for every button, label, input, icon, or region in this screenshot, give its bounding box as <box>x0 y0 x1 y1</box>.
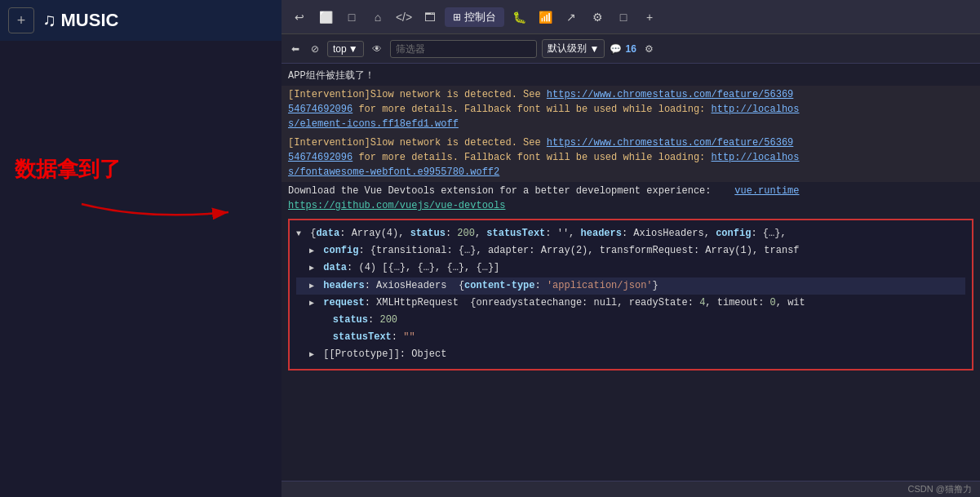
music-title: MUSIC <box>61 10 119 31</box>
obj-data-expand[interactable] <box>309 262 314 275</box>
source-icon[interactable]: </> <box>392 6 415 29</box>
obj-headers-key: headers <box>323 280 364 291</box>
github-vue-devtools-link[interactable]: https://github.com/vuejs/vue-devtools <box>288 200 505 211</box>
intervention-1-middle: for more details. Fallback font will be … <box>353 104 711 115</box>
left-top-bar: + ♫ MUSIC <box>0 0 282 41</box>
obj-data-line[interactable]: data: (4) [{…}, {…}, {…}, {…}] <box>296 260 965 277</box>
level-selector[interactable]: 默认级别 ▼ <box>542 39 605 58</box>
console-line-intervention-2: [Intervention]Slow network is detected. … <box>282 134 980 182</box>
obj-config-key: config <box>323 245 358 256</box>
music-note-icon: ♫ <box>42 10 56 31</box>
devtools-toolbar: ↩ ⬜ □ ⌂ </> 🗔 ⊞ 控制台 🐛 📶 ↗ ⚙ □ + <box>282 0 980 34</box>
panel-icon[interactable]: □ <box>612 6 635 29</box>
obj-headers-value: : AxiosHeaders {content-type: 'applicati… <box>365 280 659 291</box>
settings-icon[interactable]: ⚙ <box>586 6 609 29</box>
obj-request-value: : XMLHttpRequest {onreadystatechange: nu… <box>365 297 805 308</box>
level-dropdown-icon: ▼ <box>590 43 600 55</box>
obj-data-key: data <box>323 262 347 273</box>
obj-root-text: {data: Array(4), status: 200, statusText… <box>310 228 786 239</box>
mobile-icon[interactable]: □ <box>340 6 363 29</box>
annotation-arrow <box>33 188 277 253</box>
obj-data-value: : (4) [{…}, {…}, {…}, {…}] <box>347 262 499 273</box>
obj-prototype-line[interactable]: [[Prototype]]: Object <box>296 346 965 363</box>
message-count: 16 <box>625 43 636 55</box>
frame-dropdown-icon: ▼ <box>348 43 358 55</box>
console-settings-button[interactable]: ⚙ <box>641 39 657 59</box>
clear-console-button[interactable]: ⬅ <box>288 39 303 59</box>
message-badge-icon: 💬 <box>610 43 622 55</box>
more-icon[interactable]: + <box>638 6 661 29</box>
obj-headers-line[interactable]: headers: AxiosHeaders {content-type: 'ap… <box>296 277 965 295</box>
obj-config-line[interactable]: config: {transitional: {…}, adapter: Arr… <box>296 242 965 260</box>
annotation-container: 数据拿到了 <box>15 155 121 184</box>
obj-prototype-expand[interactable] <box>309 348 314 362</box>
bottom-bar-label: CSDN @猫撸力 <box>908 483 972 495</box>
vue-devtools-text: Download the Vue Devtools extension for … <box>288 185 734 197</box>
frame-label: top <box>333 43 347 55</box>
intervention-2-prefix: [Intervention]Slow network is detected. … <box>288 137 547 149</box>
obj-statustext-key: statusText <box>333 331 392 343</box>
level-label: 默认级别 <box>548 42 587 55</box>
object-inspector: {data: Array(4), status: 200, statusText… <box>288 219 973 371</box>
obj-request-line[interactable]: request: XMLHttpRequest {onreadystatecha… <box>296 295 965 312</box>
intervention-1-prefix: [Intervention]Slow network is detected. … <box>288 89 547 100</box>
console-line-app-mounted: APP组件被挂载了！ <box>282 67 980 86</box>
filter-input[interactable] <box>390 40 537 58</box>
home-icon[interactable]: ⌂ <box>366 6 389 29</box>
debug-icon[interactable]: 🐛 <box>508 6 530 29</box>
devtools-panel: ↩ ⬜ □ ⌂ </> 🗔 ⊞ 控制台 🐛 📶 ↗ ⚙ □ + ⬅ ⊘ top … <box>282 0 980 497</box>
obj-root-line[interactable]: {data: Array(4), status: 200, statusText… <box>296 225 965 242</box>
obj-request-key: request <box>323 297 364 308</box>
vue-runtime-link[interactable]: vue.runtime <box>734 185 799 197</box>
app-mounted-text: APP组件被挂载了！ <box>288 70 375 82</box>
obj-statustext-value: "" <box>403 331 415 343</box>
frame-selector[interactable]: top ▼ <box>327 41 364 57</box>
devtools-secondary-toolbar: ⬅ ⊘ top ▼ 👁 默认级别 ▼ 💬 16 ⚙ <box>282 34 980 64</box>
console-tab-icon: ⊞ <box>453 11 461 23</box>
add-button[interactable]: + <box>8 7 34 33</box>
obj-status-indent <box>309 314 327 326</box>
obj-status-value: 200 <box>379 314 397 326</box>
console-line-vue-devtools: Download the Vue Devtools extension for … <box>282 182 980 215</box>
obj-status-line: status: 200 <box>296 312 965 329</box>
annotation-text: 数据拿到了 <box>15 157 121 181</box>
music-logo: ♫ MUSIC <box>42 10 118 31</box>
intervention-2-middle: for more details. Fallback font will be … <box>353 152 711 163</box>
plus-icon: + <box>17 12 26 29</box>
obj-statustext-line: statusText: "" <box>296 329 965 346</box>
console-content[interactable]: APP组件被挂载了！ [Intervention]Slow network is… <box>282 64 980 481</box>
performance-icon[interactable]: ↗ <box>560 6 583 29</box>
obj-config-expand[interactable] <box>309 245 314 258</box>
obj-status-key: status <box>333 314 368 326</box>
left-panel: + ♫ MUSIC 数据拿到了 <box>0 0 282 497</box>
obj-root-expand[interactable] <box>296 228 301 241</box>
back-to-page-icon[interactable]: ↩ <box>288 6 311 29</box>
obj-statustext-indent <box>309 331 327 343</box>
console-frame-icon[interactable]: 🗔 <box>419 6 441 29</box>
obj-prototype-text: [[Prototype]]: Object <box>323 348 446 360</box>
devtools-bottom-bar: CSDN @猫撸力 <box>282 481 980 497</box>
detach-icon[interactable]: ⬜ <box>314 6 337 29</box>
eye-button[interactable]: 👁 <box>369 39 385 59</box>
console-line-intervention-1: [Intervention]Slow network is detected. … <box>282 86 980 134</box>
obj-config-value: : {transitional: {…}, adapter: Array(2),… <box>358 245 799 256</box>
console-tab[interactable]: ⊞ 控制台 <box>445 7 504 27</box>
block-button[interactable]: ⊘ <box>308 39 322 59</box>
console-tab-label: 控制台 <box>464 10 496 24</box>
network-icon[interactable]: 📶 <box>534 6 557 29</box>
obj-request-expand[interactable] <box>309 297 314 310</box>
message-badge: 💬 16 <box>610 43 636 55</box>
obj-headers-expand[interactable] <box>309 280 314 293</box>
